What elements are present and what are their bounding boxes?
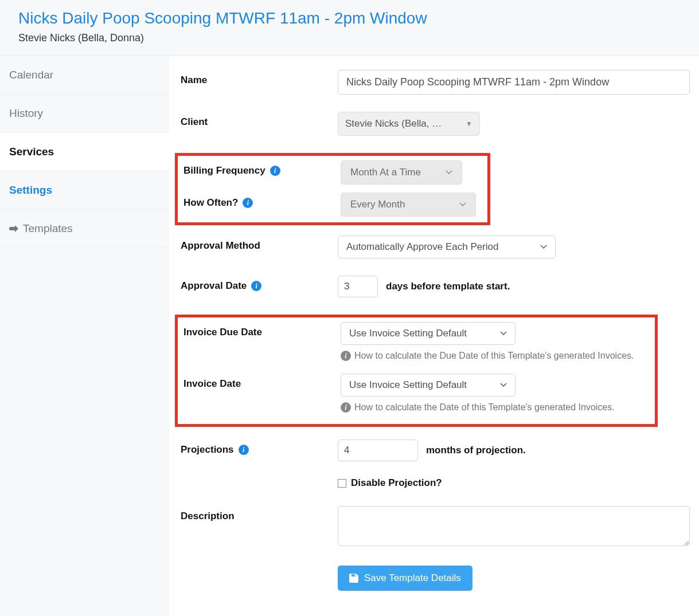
projections-label: Projections i	[181, 440, 338, 456]
invoice-due-date-label: Invoice Due Date	[183, 322, 341, 338]
billing-frequency-label-text: Billing Frequency	[183, 165, 265, 176]
page-subtitle: Stevie Nicks (Bella, Donna)	[18, 32, 681, 44]
description-label: Description	[181, 506, 338, 522]
chevron-down-icon: ▼	[466, 120, 472, 128]
invoice-date-value: Use Invoice Setting Default	[349, 379, 467, 391]
invoice-due-date-help-text: How to calculate the Due Date of this Te…	[354, 351, 634, 361]
how-often-label: How Often? i	[183, 193, 341, 209]
sidebar-item-calendar[interactable]: Calendar	[0, 56, 169, 95]
highlight-billing-box: Billing Frequency i Month At a Time How …	[175, 153, 490, 225]
how-often-select[interactable]: Every Month	[341, 193, 476, 217]
invoice-due-date-select[interactable]: Use Invoice Setting Default	[341, 322, 516, 345]
page-title[interactable]: Nicks Daily Poop Scooping MTWRF 11am - 2…	[18, 9, 681, 28]
billing-frequency-select[interactable]: Month At a Time	[341, 160, 462, 185]
invoice-date-label: Invoice Date	[183, 374, 341, 390]
invoice-due-date-help: i How to calculate the Due Date of this …	[341, 351, 655, 361]
invoice-date-help: i How to calculate the Date of this Temp…	[341, 402, 655, 413]
chevron-down-icon	[500, 331, 507, 336]
disable-projection-label: Disable Projection?	[351, 477, 442, 489]
name-input[interactable]	[338, 70, 690, 95]
info-icon: i	[341, 351, 351, 361]
sidebar-item-services[interactable]: Services	[0, 133, 169, 171]
description-textarea[interactable]	[338, 506, 690, 546]
disable-projection-checkbox[interactable]	[338, 479, 346, 488]
highlight-invoice-box: Invoice Due Date Use Invoice Setting Def…	[175, 315, 658, 427]
approval-method-label: Approval Method	[181, 236, 338, 252]
save-template-button[interactable]: Save Template Details	[338, 566, 472, 591]
invoice-due-date-value: Use Invoice Setting Default	[349, 328, 467, 339]
save-icon	[349, 574, 358, 583]
back-arrow-icon	[9, 225, 18, 233]
info-icon: i	[341, 402, 351, 413]
approval-date-suffix: days before template start.	[386, 281, 510, 292]
projections-label-text: Projections	[181, 444, 234, 456]
chevron-down-icon	[459, 202, 466, 207]
approval-method-value: Automatically Approve Each Period	[346, 241, 499, 253]
client-label: Client	[181, 112, 338, 128]
info-icon[interactable]: i	[270, 166, 280, 176]
sidebar-item-history[interactable]: History	[0, 95, 169, 133]
info-icon[interactable]: i	[243, 198, 253, 208]
main-content: Name Client Stevie Nicks (Bella, Do… ▼ B…	[169, 56, 699, 616]
sidebar-item-label: Templates	[23, 222, 73, 235]
chevron-down-icon	[446, 170, 452, 175]
billing-frequency-label: Billing Frequency i	[183, 160, 341, 176]
chevron-down-icon	[500, 383, 507, 387]
projections-suffix: months of projection.	[426, 445, 526, 456]
save-button-label: Save Template Details	[364, 572, 461, 584]
client-select[interactable]: Stevie Nicks (Bella, Do… ▼	[338, 112, 480, 136]
projections-input[interactable]	[338, 440, 418, 461]
approval-date-label-text: Approval Date	[181, 280, 247, 292]
page-header: Nicks Daily Poop Scooping MTWRF 11am - 2…	[0, 0, 699, 56]
client-select-value: Stevie Nicks (Bella, Do…	[345, 118, 448, 130]
how-often-value: Every Month	[350, 199, 405, 210]
name-label: Name	[181, 70, 338, 86]
info-icon[interactable]: i	[251, 281, 261, 291]
sidebar-item-templates[interactable]: Templates	[0, 210, 169, 248]
chevron-down-icon	[540, 245, 547, 249]
how-often-label-text: How Often?	[183, 197, 238, 209]
invoice-date-select[interactable]: Use Invoice Setting Default	[341, 374, 516, 397]
approval-date-label: Approval Date i	[181, 276, 338, 292]
approval-date-input[interactable]	[338, 276, 378, 297]
invoice-date-help-text: How to calculate the Date of this Templa…	[354, 402, 615, 413]
billing-frequency-value: Month At a Time	[350, 167, 421, 178]
approval-method-select[interactable]: Automatically Approve Each Period	[338, 236, 556, 258]
sidebar-item-settings[interactable]: Settings	[0, 171, 169, 210]
sidebar: Calendar History Services Settings Templ…	[0, 56, 169, 616]
info-icon[interactable]: i	[239, 445, 249, 455]
